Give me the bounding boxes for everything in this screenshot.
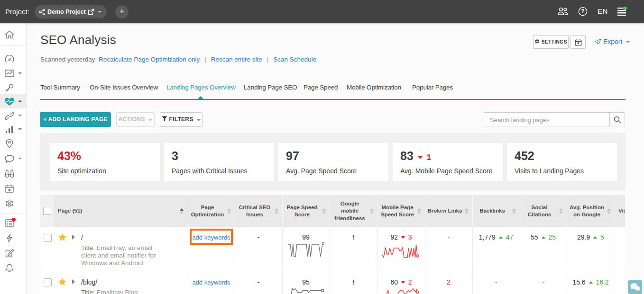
svg-text:?: ? <box>581 8 584 15</box>
